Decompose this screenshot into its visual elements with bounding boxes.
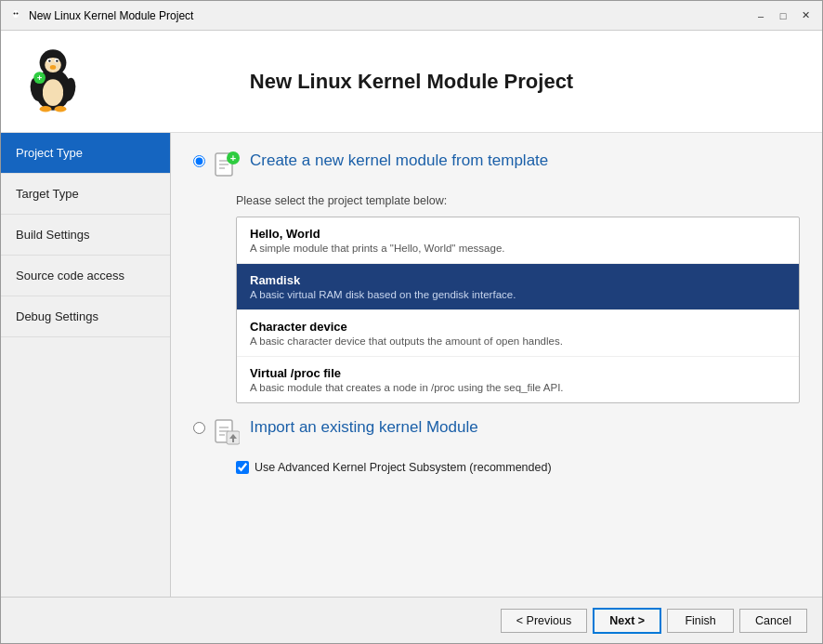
option1-label: Create a new kernel module from template — [250, 151, 548, 170]
template-hello-world-name: Hello, World — [250, 227, 786, 241]
checkbox-label: Use Advanced Kernel Project Subsystem (r… — [255, 461, 552, 474]
svg-point-12 — [50, 65, 56, 70]
maximize-button[interactable]: □ — [774, 7, 792, 25]
svg-point-13 — [40, 106, 52, 112]
previous-button[interactable]: < Previous — [501, 609, 587, 633]
option1-radio[interactable] — [193, 155, 205, 167]
template-subtitle: Please select the project template below… — [236, 194, 800, 207]
svg-text:+: + — [37, 72, 43, 82]
dialog-title: New Linux Kernel Module Project — [250, 70, 573, 94]
svg-text:+: + — [230, 152, 236, 164]
sidebar-item-build-settings[interactable]: Build Settings — [1, 215, 170, 256]
sidebar-item-debug-settings[interactable]: Debug Settings — [1, 296, 170, 337]
cancel-button[interactable]: Cancel — [739, 609, 807, 633]
template-character-device-desc: A basic character device that outputs th… — [250, 335, 786, 347]
option2-row: Import an existing kernel Module — [193, 418, 800, 446]
app-icon — [8, 8, 23, 23]
template-virtual-proc[interactable]: Virtual /proc file A basic module that c… — [237, 357, 799, 402]
window-title: New Linux Kernel Module Project — [29, 9, 193, 22]
title-bar-left: New Linux Kernel Module Project — [8, 8, 193, 23]
title-bar-controls: – □ ✕ — [751, 7, 815, 25]
svg-point-5 — [43, 79, 63, 106]
checkbox-row: Use Advanced Kernel Project Subsystem (r… — [236, 461, 800, 474]
import-icon — [213, 418, 241, 446]
option1-row: + Create a new kernel module from templa… — [193, 151, 800, 179]
svg-point-14 — [55, 106, 67, 112]
sidebar-item-target-type[interactable]: Target Type — [1, 174, 170, 215]
create-new-icon: + — [213, 151, 241, 179]
template-character-device[interactable]: Character device A basic character devic… — [237, 310, 799, 357]
template-character-device-name: Character device — [250, 320, 786, 334]
next-button[interactable]: Next > — [593, 608, 661, 634]
template-list: Hello, World A simple module that prints… — [236, 217, 800, 403]
minimize-button[interactable]: – — [751, 7, 770, 25]
template-ramdisk-desc: A basic virtual RAM disk based on the ge… — [250, 289, 786, 300]
template-hello-world-desc: A simple module that prints a "Hello, Wo… — [250, 243, 786, 254]
template-ramdisk[interactable]: Ramdisk A basic virtual RAM disk based o… — [237, 264, 799, 310]
close-button[interactable]: ✕ — [796, 7, 815, 25]
svg-point-3 — [17, 12, 19, 14]
option2-radio[interactable] — [193, 422, 205, 434]
template-ramdisk-name: Ramdisk — [250, 273, 786, 287]
template-virtual-proc-desc: A basic module that creates a node in /p… — [250, 382, 786, 393]
sidebar: Project Type Target Type Build Settings … — [1, 133, 171, 597]
advanced-kernel-checkbox[interactable] — [236, 461, 249, 474]
content-area: + Create a new kernel module from templa… — [171, 133, 822, 597]
main-area: Project Type Target Type Build Settings … — [1, 133, 822, 597]
svg-point-11 — [56, 59, 58, 61]
tux-icon: + — [20, 46, 86, 113]
footer: < Previous Next > Finish Cancel — [1, 597, 822, 643]
title-bar: New Linux Kernel Module Project – □ ✕ — [1, 1, 822, 31]
finish-button[interactable]: Finish — [667, 609, 734, 633]
sidebar-item-project-type[interactable]: Project Type — [1, 133, 170, 174]
dialog-header: + New Linux Kernel Module Project — [1, 31, 822, 133]
option2-label: Import an existing kernel Module — [250, 418, 478, 437]
template-virtual-proc-name: Virtual /proc file — [250, 366, 786, 380]
svg-point-2 — [14, 12, 16, 14]
sidebar-item-source-code-access[interactable]: Source code access — [1, 256, 170, 296]
header-logo: + — [20, 46, 86, 117]
svg-point-10 — [48, 59, 50, 61]
template-hello-world[interactable]: Hello, World A simple module that prints… — [237, 217, 799, 264]
